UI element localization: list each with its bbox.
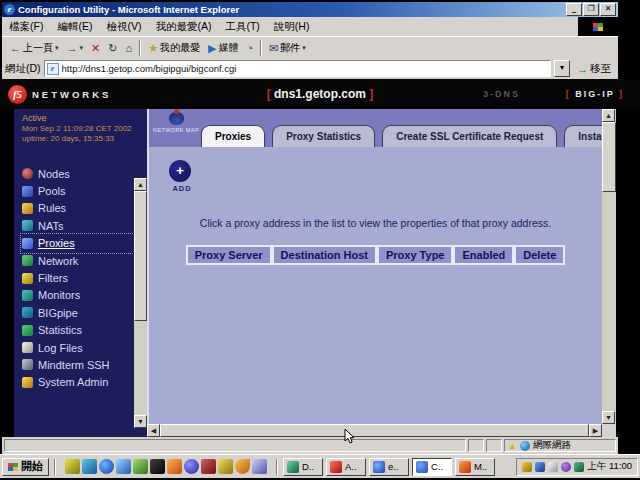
quick-launch-icon[interactable] [252, 459, 267, 474]
tray-icon[interactable] [522, 462, 532, 472]
content-vertical-scrollbar[interactable]: ▲ ▼ [602, 109, 616, 424]
close-button[interactable]: ✕ [600, 3, 616, 16]
sidebar-item-system-admin[interactable]: System Admin [22, 374, 147, 391]
quick-launch-icon[interactable] [235, 459, 250, 474]
mail-icon: ✉ [269, 42, 278, 54]
column-enabled: Enabled [453, 245, 514, 265]
app-icon [373, 461, 385, 473]
scroll-up-icon[interactable]: ▲ [602, 109, 615, 122]
add-proxy-button[interactable]: + ADD [169, 160, 195, 193]
sidebar-nav: Nodes Pools Rules NATs Proxies Network F… [22, 165, 147, 391]
menu-help[interactable]: 說明(H) [267, 20, 317, 34]
quick-launch-icon[interactable] [99, 459, 114, 474]
scrollbar-thumb[interactable] [160, 424, 589, 437]
network-map-button[interactable]: NETWORK MAP [153, 112, 199, 133]
menu-view[interactable]: 檢視(V) [99, 20, 148, 34]
forward-dropdown-icon[interactable]: ▾ [80, 44, 84, 52]
restore-button[interactable]: ❐ [583, 3, 599, 16]
quick-launch-icon[interactable] [218, 459, 233, 474]
quick-launch-icon[interactable] [201, 459, 216, 474]
quick-launch-icon[interactable] [167, 459, 182, 474]
tray-icon[interactable] [561, 462, 571, 472]
mail-dropdown-icon[interactable]: ▾ [302, 44, 306, 52]
menu-edit[interactable]: 編輯(E) [50, 20, 99, 34]
sidebar-item-pools[interactable]: Pools [22, 182, 147, 199]
tray-icon[interactable] [535, 462, 545, 472]
tab-create-ssl-certificate-request[interactable]: Create SSL Certificate Request [382, 125, 557, 147]
mail-button[interactable]: ✉ 郵件 ▾ [265, 40, 310, 56]
sidebar-item-nodes[interactable]: Nodes [22, 165, 147, 182]
quick-launch-icon[interactable] [65, 459, 80, 474]
system-uptime: uptime: 20 days, 15:35:33 [22, 134, 147, 143]
go-button[interactable]: → 移至 [573, 61, 615, 77]
home-button[interactable]: ⌂ [121, 41, 136, 55]
window-title: Configuration Utility - Microsoft Intern… [18, 4, 565, 15]
sidebar-item-monitors[interactable]: Monitors [22, 287, 147, 304]
quick-launch-icon[interactable] [82, 459, 97, 474]
product-bigip: [ BIG-IP ] [566, 89, 624, 99]
sidebar-scrollbar[interactable]: ▲ ▼ [134, 178, 147, 428]
task-button-3[interactable]: e.. [369, 458, 409, 476]
taskbar-separator [276, 459, 278, 475]
warning-icon: ▲ [508, 441, 517, 451]
scrollbar-thumb[interactable] [602, 122, 616, 192]
scroll-right-icon[interactable]: ▶ [589, 424, 602, 437]
history-icon: ◔ [246, 42, 253, 54]
scrollbar-corner [602, 424, 616, 437]
task-button-1[interactable]: D.. [283, 458, 323, 476]
menu-tools[interactable]: 工具(T) [218, 20, 266, 34]
sidebar-item-mindterm-ssh[interactable]: Mindterm SSH [22, 356, 147, 373]
column-delete: Delete [514, 245, 565, 265]
app-icon [330, 461, 342, 473]
toolbar-separator [139, 40, 141, 56]
tray-icon[interactable] [548, 462, 558, 472]
hostname: [ dns1.getop.com ] [0, 87, 640, 101]
tab-install-ssl-certificate[interactable]: Install SSL Certificate [564, 125, 602, 147]
back-dropdown-icon[interactable]: ▾ [55, 44, 59, 52]
window-titlebar[interactable]: e Configuration Utility - Microsoft Inte… [2, 2, 618, 17]
content-horizontal-scrollbar[interactable]: ◀ ▶ [147, 424, 602, 437]
address-label: 網址(D) [5, 62, 41, 76]
forward-button[interactable]: → ▾ [63, 41, 88, 55]
scroll-down-icon[interactable]: ▼ [602, 411, 615, 424]
quick-launch-icon[interactable] [133, 459, 148, 474]
sidebar-item-filters[interactable]: Filters [22, 269, 147, 286]
start-button[interactable]: 開始 [2, 458, 49, 476]
quick-launch-icon[interactable] [116, 459, 131, 474]
sidebar-item-network[interactable]: Network [22, 252, 147, 269]
media-button[interactable]: ▶ 媒體 [204, 40, 242, 56]
task-button-5[interactable]: M.. [455, 458, 495, 476]
refresh-button[interactable]: ↻ [104, 41, 121, 55]
address-dropdown-button[interactable]: ▾ [554, 60, 570, 77]
proxies-icon [22, 238, 33, 249]
browser-toolbar: ← 上一頁 ▾ → ▾ ✕ ↻ ⌂ ★ 我的最愛 ▶ 媒體 ◔ ✉ 郵件 ▾ [2, 36, 618, 58]
rules-icon [22, 203, 33, 214]
scroll-down-icon[interactable]: ▼ [134, 415, 147, 428]
sidebar-item-bigpipe[interactable]: BIGpipe [22, 304, 147, 321]
minimize-button[interactable]: _ [566, 3, 582, 16]
sidebar-item-nats[interactable]: NATs [22, 217, 147, 234]
scroll-left-icon[interactable]: ◀ [147, 424, 160, 437]
task-button-4-active[interactable]: C.. [412, 458, 452, 476]
sidebar-item-statistics[interactable]: Statistics [22, 322, 147, 339]
toolbar-separator [260, 40, 262, 56]
quick-launch-icon[interactable] [184, 459, 199, 474]
back-button[interactable]: ← 上一頁 ▾ [6, 40, 63, 56]
address-input[interactable] [62, 62, 548, 75]
history-button[interactable]: ◔ [242, 41, 257, 55]
menu-file[interactable]: 檔案(F) [2, 20, 50, 34]
quick-launch-icon[interactable] [150, 459, 165, 474]
scrollbar-thumb[interactable] [134, 191, 147, 321]
sidebar-item-log-files[interactable]: Log Files [22, 339, 147, 356]
sidebar-item-proxies[interactable]: Proxies [22, 235, 147, 252]
scroll-up-icon[interactable]: ▲ [134, 178, 147, 191]
filters-icon [22, 273, 33, 284]
task-button-2[interactable]: A.. [326, 458, 366, 476]
tray-icon[interactable] [574, 462, 584, 472]
favorites-button[interactable]: ★ 我的最愛 [144, 40, 204, 56]
stop-button[interactable]: ✕ [87, 41, 104, 55]
tab-proxy-statistics[interactable]: Proxy Statistics [272, 125, 375, 147]
sidebar-item-rules[interactable]: Rules [22, 200, 147, 217]
tab-proxies[interactable]: Proxies [201, 125, 265, 147]
menu-favorites[interactable]: 我的最愛(A) [148, 20, 218, 34]
